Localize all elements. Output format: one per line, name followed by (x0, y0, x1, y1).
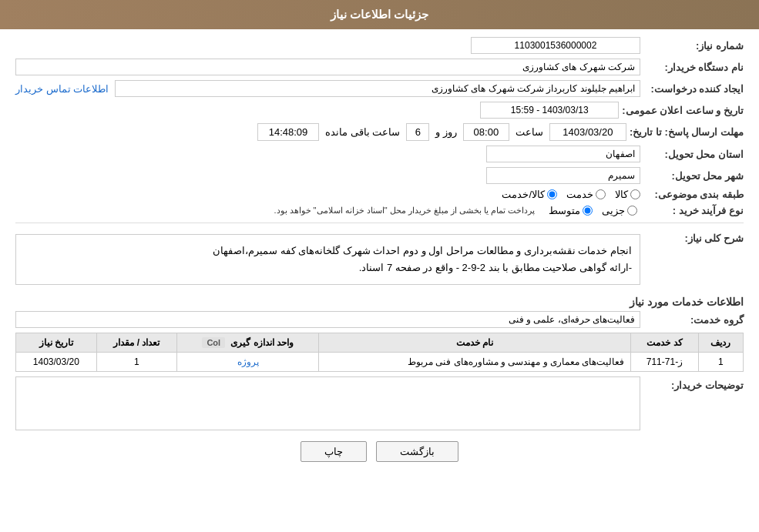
description-row: شرح کلی نیاز: انجام خدمات نقشه‌برداری و … (15, 229, 744, 289)
reply-date: 1403/03/20 (549, 123, 626, 141)
service-group-value: فعالیت‌های حرفه‌ای، علمی و فنی (15, 311, 640, 328)
reply-days: 6 (406, 123, 429, 141)
announce-date-row: تاریخ و ساعت اعلان عمومی: 1403/03/13 - 1… (15, 102, 744, 119)
col-header-date: تاریخ نیاز (16, 333, 97, 353)
reply-time: 08:00 (463, 123, 509, 141)
buyer-org-label: نام دستگاه خریدار: (643, 62, 744, 73)
col-header-row-num: ردیف (698, 333, 743, 353)
print-button[interactable]: چاپ (301, 441, 367, 462)
table-row: 1 ز-71-711 فعالیت‌های معماری و مهندسی و … (16, 353, 744, 372)
announce-date-value: 1403/03/13 - 15:59 (480, 102, 619, 119)
purchase-option-jozii: جزیی (602, 205, 637, 216)
creator-value: ابراهیم جلیلوند کاربرداز شرکت شهرک های ک… (115, 80, 640, 97)
reply-deadline-row: مهلت ارسال پاسخ: تا تاریخ: 1403/03/20 سا… (15, 123, 744, 141)
service-table: ردیف کد خدمت نام خدمت واحد اندازه گیری C… (15, 333, 744, 372)
category-option-khedmat: خدمت (566, 189, 606, 200)
buyer-desc-row: توضیحات خریدار: (15, 376, 744, 430)
page-title: جزئیات اطلاعات نیاز (0, 0, 759, 29)
col-header-service-code: کد خدمت (631, 333, 698, 353)
reply-deadline-label: مهلت ارسال پاسخ: تا تاریخ: (630, 126, 744, 138)
purchase-radio-motavasset[interactable] (583, 206, 593, 216)
reply-days-label: روز و (435, 126, 457, 138)
col-badge: Col (202, 337, 225, 348)
cell-quantity: 1 (96, 353, 177, 372)
back-button[interactable]: بازگشت (376, 441, 458, 462)
reply-remaining-label: ساعت باقی مانده (325, 126, 400, 138)
description-text: انجام خدمات نقشه‌برداری و مطالعات مراحل … (15, 234, 640, 285)
category-radio-kala-khedmat[interactable] (547, 189, 557, 199)
description-label: شرح کلی نیاز: (643, 233, 744, 244)
service-group-label: گروه خدمت: (643, 314, 744, 326)
purchase-option-motavasset: متوسط (549, 205, 593, 216)
col-header-quantity: تعداد / مقدار (96, 333, 177, 353)
reply-time-label: ساعت (516, 126, 543, 138)
service-group-row: گروه خدمت: فعالیت‌های حرفه‌ای، علمی و فن… (15, 311, 744, 328)
need-number-value: 1103001536000002 (471, 37, 640, 54)
cell-unit: پروژه (177, 353, 319, 372)
purchase-note: پرداخت تمام یا بخشی از مبلغ خریدار محل "… (274, 206, 535, 216)
col-header-unit: واحد اندازه گیری Col (177, 333, 319, 353)
buyer-desc-textarea[interactable] (15, 376, 640, 430)
cell-row-num: 1 (698, 353, 743, 372)
purchase-label: نوع فرآیند خرید : (643, 205, 744, 216)
category-label: طبقه بندی موضوعی: (643, 189, 744, 200)
buttons-row: بازگشت چاپ (15, 441, 744, 462)
category-row: طبقه بندی موضوعی: کالا خدمت کالا/خدمت (15, 189, 744, 200)
announce-date-label: تاریخ و ساعت اعلان عمومی: (622, 105, 744, 116)
col-header-service-name: نام خدمت (319, 333, 631, 353)
purchase-radio-group: جزیی متوسط (549, 205, 637, 216)
divider-1 (15, 223, 744, 223)
need-number-row: شماره نیاز: 1103001536000002 (15, 37, 744, 54)
buyer-org-value: شرکت شهرک های کشاورزی (15, 59, 640, 75)
cell-service-code: ز-71-711 (631, 353, 698, 372)
purchase-radio-jozii[interactable] (627, 206, 637, 216)
cell-date: 1403/03/20 (16, 353, 97, 372)
buyer-org-row: نام دستگاه خریدار: شرکت شهرک های کشاورزی (15, 59, 744, 75)
category-option-kala-khedmat: کالا/خدمت (502, 189, 557, 200)
province-value: اصفهان (486, 146, 640, 162)
need-number-label: شماره نیاز: (643, 40, 744, 52)
buyer-desc-label: توضیحات خریدار: (643, 380, 744, 391)
city-label: شهر محل تحویل: (643, 170, 744, 182)
province-label: استان محل تحویل: (643, 149, 744, 160)
creator-row: ایجاد کننده درخواست: ابراهیم جلیلوند کار… (15, 80, 744, 97)
province-row: استان محل تحویل: اصفهان (15, 146, 744, 162)
creator-label: ایجاد کننده درخواست: (643, 83, 744, 95)
city-row: شهر محل تحویل: سمیرم (15, 167, 744, 184)
service-info-title: اطلاعات خدمات مورد نیاز (15, 296, 744, 308)
category-option-kala: کالا (615, 189, 640, 200)
contact-link[interactable]: اطلاعات تماس خریدار (15, 83, 109, 95)
reply-remaining: 14:48:09 (257, 123, 319, 141)
category-radio-group: کالا خدمت کالا/خدمت (502, 189, 640, 200)
category-radio-khedmat[interactable] (596, 189, 606, 199)
cell-service-name: فعالیت‌های معماری و مهندسی و مشاوره‌های … (319, 353, 631, 372)
purchase-row: نوع فرآیند خرید : جزیی متوسط پرداخت تمام… (15, 205, 744, 216)
category-radio-kala[interactable] (630, 189, 640, 199)
city-value: سمیرم (486, 167, 640, 184)
